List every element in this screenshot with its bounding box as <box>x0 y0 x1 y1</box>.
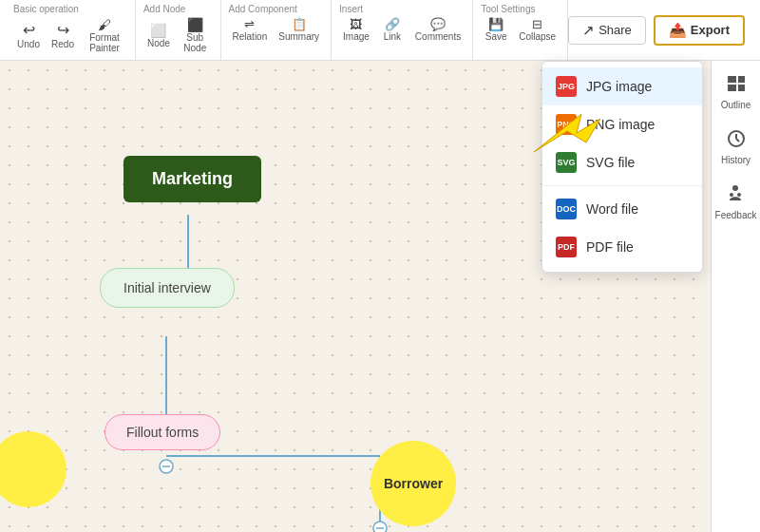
toolbar-group-add-component: Add Component ⇌ Relation 📋 Summary <box>221 0 332 60</box>
svg-marker-18 <box>534 114 600 152</box>
word-icon: DOC <box>556 199 577 219</box>
summary-button[interactable]: 📋 Summary <box>275 16 323 44</box>
save-button[interactable]: 💾 Save <box>481 16 511 44</box>
export-dropdown: JPG JPG image PNG PNG image SVG SVG file… <box>542 61 703 273</box>
panel-icon-history[interactable]: History <box>721 125 750 165</box>
toolbar-group-basic-label: Basic operation <box>13 4 79 14</box>
undo-label: Undo <box>17 39 40 49</box>
jpg-icon-text: JPG <box>558 82 575 91</box>
toolbar-right: ↗ Share 📤 Export <box>568 0 754 60</box>
node-label: Node <box>147 38 170 48</box>
summary-label: Summary <box>278 31 319 42</box>
redo-icon: ↪ <box>57 23 69 38</box>
toolbar-icons-insert: 🖼 Image 🔗 Link 💬 Comments <box>339 16 465 44</box>
panel-icon-feedback[interactable]: Feedback <box>715 180 757 220</box>
pdf-label: PDF file <box>586 239 634 255</box>
history-icon <box>723 125 750 152</box>
share-button[interactable]: ↗ Share <box>568 16 646 45</box>
svg-rect-8 <box>728 76 736 83</box>
jpg-icon: JPG <box>556 76 577 97</box>
format-painter-label: Format Painter <box>86 32 124 53</box>
collapse-label: Collapse <box>519 31 556 42</box>
feedback-label: Feedback <box>715 210 757 220</box>
toolbar-icons-tool-settings: 💾 Save ⊟ Collapse <box>481 16 560 44</box>
sub-node-button[interactable]: ⬛ Sub Node <box>178 16 213 55</box>
fillout-forms-node[interactable]: Fillout forms <box>104 414 220 450</box>
redo-label: Redo <box>51 39 74 49</box>
svg-rect-10 <box>728 85 736 91</box>
relation-button[interactable]: ⇌ Relation <box>229 16 272 44</box>
export-word-item[interactable]: DOC Word file <box>542 190 702 228</box>
svg-point-4 <box>160 460 173 473</box>
undo-icon: ↩ <box>23 23 35 38</box>
relation-label: Relation <box>233 31 268 42</box>
toolbar-group-insert-label: Insert <box>339 4 363 14</box>
format-painter-icon: 🖌 <box>98 18 111 31</box>
link-label: Link <box>384 31 401 42</box>
word-icon-text: DOC <box>557 204 576 214</box>
history-label: History <box>721 155 750 165</box>
toolbar-group-add-component-label: Add Component <box>229 4 297 14</box>
share-label: Share <box>598 23 632 37</box>
export-button[interactable]: 📤 Export <box>654 15 745 46</box>
link-button[interactable]: 🔗 Link <box>377 16 408 44</box>
toolbar: Basic operation ↩ Undo ↪ Redo 🖌 Format P… <box>0 0 760 61</box>
redo-button[interactable]: ↪ Redo <box>48 21 78 51</box>
toolbar-group-tool-settings: Tool Settings 💾 Save ⊟ Collapse <box>473 0 568 60</box>
toolbar-group-basic: Basic operation ↩ Undo ↪ Redo 🖌 Format P… <box>6 0 136 60</box>
comments-icon: 💬 <box>430 18 446 30</box>
jpg-label: JPG image <box>586 79 652 94</box>
pdf-icon: PDF <box>556 237 577 257</box>
toolbar-group-tool-settings-label: Tool Settings <box>481 4 535 14</box>
save-icon: 💾 <box>488 18 504 30</box>
svg-point-15 <box>732 185 738 191</box>
feedback-icon <box>722 180 749 207</box>
toolbar-group-add-node: Add Node ⬜ Node ⬛ Sub Node <box>136 0 221 60</box>
format-painter-button[interactable]: 🖌 Format Painter <box>82 16 127 55</box>
link-icon: 🔗 <box>385 18 400 30</box>
svg-line-14 <box>736 139 739 142</box>
comments-label: Comments <box>415 31 461 42</box>
svg-point-6 <box>373 522 387 532</box>
share-icon: ↗ <box>582 22 595 39</box>
export-icon: 📤 <box>669 22 687 39</box>
collapse-button[interactable]: ⊟ Collapse <box>515 16 560 44</box>
borrower-node[interactable]: Borrower <box>370 441 456 526</box>
marketing-node-label: Marketing <box>152 169 233 188</box>
yellow-left-node[interactable] <box>0 431 66 507</box>
image-label: Image <box>343 31 370 42</box>
image-button[interactable]: 🖼 Image <box>339 16 373 44</box>
toolbar-icons-add-component: ⇌ Relation 📋 Summary <box>229 16 324 44</box>
initial-interview-node[interactable]: Initial interview <box>100 268 235 308</box>
undo-button[interactable]: ↩ Undo <box>13 21 44 51</box>
collapse-icon: ⊟ <box>532 18 542 30</box>
sub-node-label: Sub Node <box>181 32 209 53</box>
borrower-label: Borrower <box>384 476 443 491</box>
fillout-forms-label: Fillout forms <box>126 425 199 440</box>
panel-icon-outline[interactable]: Outline <box>721 70 751 110</box>
svg-point-16 <box>730 193 733 197</box>
node-icon: ⬜ <box>150 24 166 37</box>
export-jpg-item[interactable]: JPG JPG image <box>542 67 702 105</box>
right-panel: Outline History Feedback <box>711 61 760 532</box>
svg-rect-11 <box>738 85 745 91</box>
svg-point-17 <box>737 193 741 197</box>
comments-button[interactable]: 💬 Comments <box>411 16 465 44</box>
image-icon: 🖼 <box>350 18 362 30</box>
svg-rect-9 <box>738 76 745 83</box>
export-pdf-item[interactable]: PDF PDF file <box>542 228 702 266</box>
toolbar-icons-basic: ↩ Undo ↪ Redo 🖌 Format Painter <box>13 16 127 55</box>
export-label: Export <box>691 23 730 37</box>
save-label: Save <box>485 31 507 42</box>
toolbar-icons-add-node: ⬜ Node ⬛ Sub Node <box>143 16 213 55</box>
marketing-node[interactable]: Marketing <box>124 156 261 202</box>
node-button[interactable]: ⬜ Node <box>143 22 174 50</box>
yellow-arrow <box>524 104 600 165</box>
word-label: Word file <box>586 201 638 217</box>
toolbar-group-insert: Insert 🖼 Image 🔗 Link 💬 Comments <box>332 0 473 60</box>
relation-icon: ⇌ <box>244 18 255 30</box>
toolbar-group-add-node-label: Add Node <box>143 4 185 14</box>
outline-label: Outline <box>721 100 751 110</box>
sub-node-icon: ⬛ <box>187 18 203 31</box>
initial-interview-label: Initial interview <box>124 280 211 295</box>
